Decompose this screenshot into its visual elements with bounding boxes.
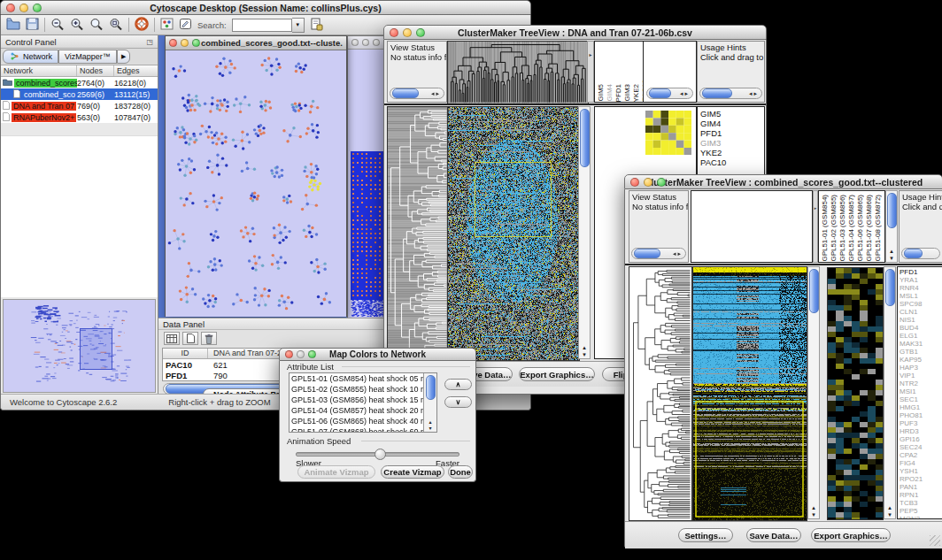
col-network[interactable]: Network <box>1 65 77 76</box>
animation-speed-slider[interactable] <box>296 452 459 456</box>
save-session-icon[interactable] <box>26 18 39 32</box>
gene-label[interactable]: NTR2 <box>900 380 942 387</box>
scrollbar-thumb[interactable] <box>634 249 660 258</box>
gene-label[interactable]: MSI1 <box>900 387 942 395</box>
tv1-column-labels[interactable]: GIM5GIM4PFD1GIM3YKE2PAC10 <box>594 41 644 103</box>
column-label[interactable]: GPL51-02 (GSM855) <box>830 195 838 262</box>
gene-label[interactable]: SEC1 <box>900 395 942 403</box>
attribute-item[interactable]: GPL51-07 (GSM868) heat shock 60 min <box>290 426 424 432</box>
view-status-hscrollbar[interactable]: ◂▸ <box>631 248 686 259</box>
dense-grid-network-canvas[interactable] <box>351 151 384 318</box>
zoom-fit-icon[interactable] <box>109 18 123 33</box>
scrollbar-thumb[interactable] <box>809 269 819 313</box>
attribute-batch-icon[interactable] <box>310 18 323 33</box>
tv2-vscrollbar[interactable]: ▴▾ <box>807 266 820 519</box>
network-list-whitespace[interactable] <box>1 135 158 297</box>
network-row-rnapuber[interactable]: RNAPuberNov2+ 563(0) 107847(0) <box>1 111 158 123</box>
export-graphics-button[interactable]: Export Graphics… <box>519 367 595 381</box>
column-label[interactable]: GIM4 <box>606 84 614 102</box>
listbox-vscrollbar[interactable]: ▴▾ <box>423 373 436 432</box>
minimize-button[interactable] <box>362 39 369 46</box>
zoom-button[interactable] <box>657 178 666 187</box>
zoom-button[interactable] <box>308 350 316 358</box>
column-label[interactable]: GPL51-01 (GSM854) <box>821 195 829 262</box>
zoom-button[interactable] <box>33 4 42 12</box>
network-view-title-bar[interactable]: combined_scores_good.txt--cluste... <box>166 36 346 50</box>
tv2-gene-list[interactable]: PFD1YRA1RNR4MSL1SPC98CLN1NIS1BUD4ELG1MAK… <box>897 266 942 519</box>
move-down-button[interactable]: ∨ <box>444 396 472 408</box>
gene-label[interactable]: YSH1 <box>900 467 942 475</box>
gene-label[interactable]: TCB3 <box>900 499 942 507</box>
minimize-button[interactable] <box>181 39 189 47</box>
gene-label[interactable]: KAP95 <box>900 356 942 364</box>
scroll-arrows[interactable]: ▴▾ <box>812 504 815 518</box>
export-graphics-button[interactable]: Export Graphics… <box>811 528 891 542</box>
scrollbar-thumb[interactable] <box>392 88 419 98</box>
close-button[interactable] <box>390 28 398 37</box>
view-status-hscrollbar[interactable]: ◂▸ <box>390 88 444 99</box>
annotation-icon[interactable] <box>179 18 192 32</box>
gene-label[interactable]: ELG1 <box>900 332 942 340</box>
gene-label[interactable]: GIM3 <box>700 138 764 148</box>
usage-hscrollbar[interactable]: ◂▸ <box>699 88 762 99</box>
attribute-listbox[interactable]: GPL51-01 (GSM854) heat shock 05 minGPL51… <box>289 372 437 433</box>
gene-label[interactable]: GPI16 <box>900 435 942 443</box>
gene-label[interactable]: RPO21 <box>900 475 942 483</box>
gene-label[interactable]: PHO81 <box>900 411 942 419</box>
gene-label[interactable]: BUD4 <box>900 324 942 332</box>
gene-label[interactable]: PUF3 <box>900 419 942 427</box>
tv2-row-dendrogram[interactable] <box>629 266 692 521</box>
animate-vizmap-button[interactable]: Animate Vizmap <box>297 465 375 479</box>
help-lifering-icon[interactable] <box>135 17 149 33</box>
tv2-column-tree-area[interactable] <box>691 190 813 263</box>
gene-label[interactable]: RNR4 <box>900 284 942 292</box>
zoom-button[interactable] <box>192 39 200 47</box>
scrollbar-thumb[interactable] <box>649 88 671 98</box>
tv1-mini-heatmap[interactable] <box>645 111 691 155</box>
gene-label[interactable]: HRD3 <box>900 427 942 435</box>
column-label[interactable]: GPL51-03 (GSM856) <box>838 195 846 262</box>
gene-label[interactable]: HAP3 <box>900 364 942 372</box>
column-label[interactable]: GPL51-07 (GSM868) <box>865 195 873 262</box>
tab-overflow-arrow[interactable]: ▶ <box>117 50 130 64</box>
network-row-dna-tran[interactable]: DNA and Tran 07 769(0) 183728(0) <box>1 100 158 111</box>
attribute-item[interactable]: GPL51-03 (GSM856) heat shock 15 min <box>290 395 424 405</box>
scroll-arrows[interactable]: ◂▸ <box>749 90 761 97</box>
scrollbar-thumb[interactable] <box>702 88 732 98</box>
vizmapper-icon[interactable] <box>160 18 174 32</box>
gene-label[interactable]: SPC98 <box>900 300 942 308</box>
scroll-arrows[interactable]: ▴▾ <box>890 248 893 262</box>
gene-label[interactable]: PEP5 <box>900 507 942 515</box>
search-input[interactable] <box>232 19 292 32</box>
gene-label[interactable]: CPA2 <box>900 451 942 459</box>
tv1-row-dendrogram[interactable] <box>387 106 449 361</box>
gene-label[interactable]: PFD1 <box>700 128 764 138</box>
gene-label[interactable]: MON2 <box>900 515 942 519</box>
col-edges[interactable]: Edges <box>114 65 155 76</box>
column-label[interactable]: GIM3 <box>623 84 631 102</box>
column-label[interactable]: GIM5 <box>597 84 605 102</box>
search-dropdown-arrow[interactable]: ▼ <box>292 18 305 33</box>
scrollbar-thumb[interactable] <box>887 193 897 228</box>
inactive-title-bar[interactable] <box>348 36 385 50</box>
close-button[interactable] <box>6 4 15 12</box>
scroll-arrows[interactable]: ▴▾ <box>583 344 586 358</box>
minimize-button[interactable] <box>644 178 652 187</box>
gene-label[interactable]: GIM5 <box>700 109 764 119</box>
zoom-selected-icon[interactable] <box>89 18 104 33</box>
scrollbar-thumb[interactable] <box>580 109 590 167</box>
zoom-in-icon[interactable] <box>70 18 84 33</box>
scrollbar-thumb[interactable] <box>426 375 436 400</box>
tv2-mini-heatmap[interactable] <box>827 267 884 520</box>
global-hscrollbar[interactable]: ◂▸ <box>646 88 693 99</box>
close-button[interactable] <box>285 350 293 358</box>
open-session-icon[interactable] <box>6 18 20 32</box>
tv1-vscrollbar[interactable]: ▴▾ <box>578 106 591 359</box>
tv2-title-bar[interactable]: ClusterMaker TreeView : combined_scores_… <box>624 174 942 189</box>
gene-label[interactable]: VIP1 <box>900 372 942 380</box>
usage-hscrollbar[interactable] <box>901 248 940 259</box>
create-vizmap-button[interactable]: Create Vizmap <box>381 465 444 479</box>
network-row-combined-scores[interactable]: combined_scores 2764(0) 16218(0) <box>1 77 158 88</box>
gene-label[interactable]: FIG4 <box>900 459 942 467</box>
scroll-arrows[interactable]: ▴▾ <box>429 419 431 432</box>
